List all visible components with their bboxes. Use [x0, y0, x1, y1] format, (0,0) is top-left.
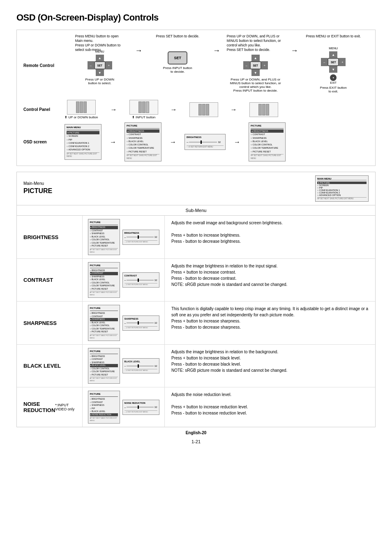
menu-label2: MENU: [329, 46, 338, 50]
main-menu-osd-right: MAIN MENU ● PICTURE ○ SCREEN ○ PIP ○ CON…: [315, 175, 369, 202]
cp-panel-4: [249, 102, 278, 117]
brightness-osd: PICTURE ● BRIGHTNESS ○ CONTRAST ○ SHARPN…: [88, 219, 159, 255]
brightness-row: BRIGHTNESS PICTURE ● BRIGHTNESS ○ CONTRA…: [17, 216, 375, 259]
osd-brightness-slider: BRIGHTNESS – 32 – +0 SET RETURN EXIT MEN…: [184, 134, 226, 150]
left-btn2: –: [243, 61, 250, 69]
arrow-3: →: [291, 34, 298, 55]
noise-reduction-label: NOISE REDUCTION: [23, 401, 55, 413]
cp-label-1: ⬆ UP or DOWN button: [65, 115, 98, 119]
exit-btn-label: Press EXIT buttonto exit.: [320, 86, 347, 93]
sharpness-osd-col: PICTURE ○ BRIGHTNESS ○ CONTRAST ● SHARPN…: [83, 302, 165, 344]
right-btn2: +: [261, 61, 268, 69]
contrast-osd: PICTURE ○ BRIGHTNESS ● CONTRAST ○ SHARPN…: [88, 262, 159, 298]
up-down-select-label2: Press UP or DOWN, and PLUS orMINUS butto…: [230, 78, 281, 92]
osd-picture-menu: PICTURE ● BRIGHTNESS ○ CONTRAST ○ SHARPN…: [125, 122, 161, 161]
sub-menu-header: Sub-Menu: [17, 205, 375, 216]
brightness-slider-panel: BRIGHTNESS – 32 – +0 SET RETURN EXIT MEN…: [122, 230, 159, 245]
noise-reduction-desc: Adjusts the noise reduction level. Press…: [165, 387, 375, 427]
up-down-select-label: Press UP or DOWNbutton to select.: [85, 78, 114, 85]
black-level-osd-col: PICTURE ○ BRIGHTNESS ○ CONTRAST ○ SHARPN…: [83, 345, 165, 387]
remote-control-label: Remote Control: [23, 63, 65, 68]
noise-reduction-sublabel: *:INPUT VIDEO only: [55, 403, 76, 411]
sharpness-slider-panel: SHARPNESS – 32 – +0 SET RETURN EXIT MENU: [122, 315, 159, 331]
english-label: English-20: [16, 431, 376, 435]
sharpness-osd: PICTURE ○ BRIGHTNESS ○ CONTRAST ● SHARPN…: [88, 305, 159, 341]
menu-label: MENU: [95, 50, 104, 53]
step2-desc: Press SET button to decide.: [156, 34, 199, 49]
flow-step-4: Press MENU or EXIT button to exit. MENU …: [298, 34, 369, 93]
exit-label: EXIT: [330, 81, 337, 84]
down-btn2: ▼: [251, 69, 260, 76]
exit-btn-circle: ●: [330, 74, 337, 81]
main-header: Main-Menu PICTURE MAIN MENU ● PICTURE ○ …: [17, 172, 375, 205]
contrast-row: CONTRAST PICTURE ○ BRIGHTNESS ● CONTRAST…: [17, 259, 375, 302]
cp-panel-3: [189, 102, 218, 117]
noise-reduction-osd: PICTURE ○ BRIGHTNESS ○ CONTRAST ○ SHARPN…: [88, 391, 159, 424]
cp-arrow-1: →: [111, 106, 117, 113]
osd-arrow-1: →: [110, 138, 116, 146]
sub-menu-label: Sub-Menu: [186, 208, 207, 213]
up-btn3: ▲: [329, 51, 337, 58]
arrow-1: →: [135, 34, 143, 55]
brightness-osd-col: PICTURE ● BRIGHTNESS ○ CONTRAST ○ SHARPN…: [83, 216, 165, 258]
set-btn-center2: SET: [250, 61, 261, 69]
brightness-label-col: BRIGHTNESS: [17, 216, 83, 258]
page-title: OSD (On-Screen-Display) Controls: [16, 12, 376, 23]
set-btn-center: SET: [94, 61, 106, 69]
sharpness-label: SHARPNESS: [23, 320, 57, 326]
flow-step-3: Press UP or DOWN, and PLUS or MINUS butt…: [220, 34, 291, 92]
contrast-osd-col: PICTURE ○ BRIGHTNESS ● CONTRAST ○ SHARPN…: [83, 259, 165, 302]
osd-arrow-2: →: [170, 138, 176, 146]
osd-picture-menu-2: PICTURE ● BRIGHTNESS ○ CONTRAST ○ SHARPN…: [249, 122, 286, 161]
black-level-label: BLACK LEVEL: [23, 363, 61, 369]
arrow-2: →: [213, 34, 220, 55]
cp-arrow-2: →: [171, 106, 177, 113]
black-level-desc: Adjusts the image brightness in relation…: [165, 345, 375, 387]
black-level-row: BLACK LEVEL PICTURE ○ BRIGHTNESS ○ CONTR…: [17, 345, 375, 388]
brightness-picture-panel: PICTURE ● BRIGHTNESS ○ CONTRAST ○ SHARPN…: [88, 219, 120, 255]
contrast-label: CONTRAST: [23, 277, 53, 283]
left-btn: –: [88, 61, 94, 69]
sharpness-desc: This function is digitally capable to ke…: [165, 302, 375, 344]
brightness-label: BRIGHTNESS: [23, 234, 58, 240]
input-decide-label: Press INPUT buttonto decide.: [163, 66, 192, 74]
sharpness-label-col: SHARPNESS: [17, 302, 83, 344]
down-btn: ▼: [96, 69, 104, 76]
up-btn: ▲: [96, 55, 104, 61]
flow-step-2: Press SET button to decide. SET Press IN…: [143, 34, 213, 74]
main-menu-title: PICTURE: [23, 186, 315, 196]
contrast-desc: Adjusts the image brightness in relation…: [165, 259, 375, 302]
right-btn: +: [106, 61, 112, 69]
cp-step1: ⬆ UP or DOWN button: [65, 100, 98, 119]
cp-panel-2: [129, 100, 158, 115]
sharpness-row: SHARPNESS PICTURE ○ BRIGHTNESS ○ CONTRAS…: [17, 302, 375, 345]
noise-reduction-osd-col: PICTURE ○ BRIGHTNESS ○ CONTRAST ○ SHARPN…: [83, 387, 165, 427]
main-menu-section: Main-Menu PICTURE MAIN MENU ● PICTURE ○ …: [16, 172, 376, 427]
contrast-slider-panel: CONTRAST – 32 – +0 SET RETURN EXIT MENU: [122, 272, 159, 288]
noise-reduction-label-col: NOISE REDUCTION *:INPUT VIDEO only: [17, 387, 83, 427]
control-panel-label: Control Panel: [23, 107, 65, 112]
flow-diagram-section: Remote Control Press MENU button to open…: [16, 30, 376, 166]
osd-screen-label: OSD screen: [23, 140, 65, 144]
cp-arrow-3: →: [231, 106, 237, 113]
cp-step4: [249, 102, 278, 117]
main-menu-label: Main-Menu: [23, 181, 315, 186]
osd-main-menu: MAIN MENU ● PICTURE ○ SCREEN ○ PIP ○ CON…: [65, 124, 101, 160]
black-level-slider-panel: BLACK LEVEL – 32 – +0 SET RETURN EXIT ME…: [122, 358, 159, 373]
noise-reduction-row: NOISE REDUCTION *:INPUT VIDEO only PICTU…: [17, 387, 375, 427]
brightness-desc: Adjusts the overall image and background…: [165, 216, 375, 258]
black-level-picture-panel: PICTURE ○ BRIGHTNESS ○ CONTRAST ○ SHARPN…: [88, 348, 120, 384]
cp-panel-1: [67, 100, 96, 115]
step3-desc: Press UP or DOWN, and PLUS or MINUS butt…: [227, 34, 284, 52]
sharpness-picture-panel: PICTURE ○ BRIGHTNESS ○ CONTRAST ● SHARPN…: [88, 305, 120, 341]
down-btn3: ▼: [329, 66, 337, 73]
up-btn2: ▲: [251, 55, 260, 61]
cp-step2: ⬆ INPUT button: [129, 100, 158, 119]
contrast-label-col: CONTRAST: [17, 259, 83, 302]
set-button-large: SET: [168, 51, 187, 64]
left-btn3: –: [321, 58, 327, 66]
flow-step-1: Press MENU button to open Main menu.Pres…: [65, 34, 135, 85]
cp-label-2: ⬆ INPUT button: [132, 115, 156, 119]
page-number: 1-21: [16, 439, 376, 444]
set-btn-center3: SET: [327, 58, 339, 66]
